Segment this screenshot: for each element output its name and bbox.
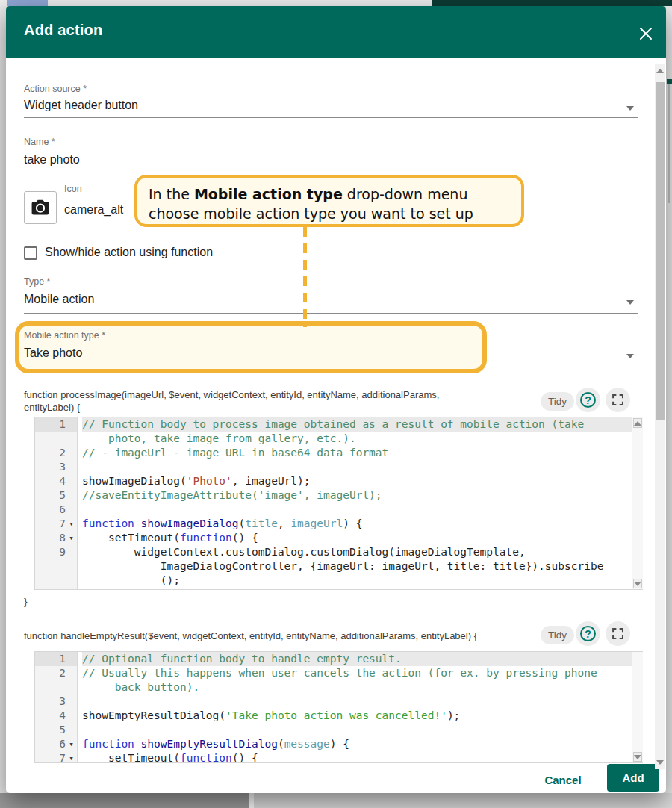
annotation-highlight-bg (15, 321, 487, 373)
fold-spacer (66, 709, 77, 723)
handle-empty-code-editor[interactable]: 1// Optional function body to handle emp… (34, 651, 643, 763)
code-text: // Function body to process image obtain… (82, 417, 642, 432)
dropdown-arrow-icon[interactable] (626, 106, 634, 111)
dialog-header: Add action (6, 6, 666, 58)
icon-picker-button[interactable] (24, 191, 57, 224)
line-number: 1 (35, 652, 77, 666)
cancel-button[interactable]: Cancel (539, 772, 587, 789)
page-top-strip-teal (432, 0, 672, 6)
fold-arrow-icon[interactable]: ▾ (66, 531, 77, 545)
signature-line1: function handleEmptyResult($event, widge… (24, 630, 477, 641)
fold-spacer (66, 417, 77, 446)
closing-brace: } (24, 596, 28, 607)
icon-value[interactable]: camera_alt (64, 203, 123, 217)
code-line: 5//saveEntityImageAttribute('image', ima… (35, 488, 642, 503)
fullscreen-icon[interactable] (606, 621, 630, 646)
code-line: 2// Usually this happens when user cance… (35, 666, 642, 694)
name-underline (24, 173, 638, 173)
fold-arrow-icon[interactable]: ▾ (66, 517, 77, 531)
mobile-action-type-label: Mobile action type * (24, 330, 105, 341)
action-source-underline (24, 117, 638, 118)
scroll-down-icon[interactable] (633, 752, 642, 762)
code-text: // Usually this happens when user cancel… (82, 666, 642, 680)
code-text (82, 723, 642, 737)
code-line: 2// - imageUrl - image URL in base64 dat… (35, 446, 642, 460)
annotation-tooltip: In the Mobile action type drop-down menu… (134, 175, 524, 227)
help-icon[interactable]: ? (576, 388, 600, 412)
code-line: 1// Optional function body to handle emp… (35, 652, 642, 666)
fullscreen-icon[interactable] (606, 388, 630, 412)
annotation-text-line2: choose mobile action type you want to se… (149, 205, 473, 222)
annotation-bold-text: Mobile action type (194, 186, 343, 202)
page-background: Add action Action source * Widget header… (0, 0, 672, 808)
annotation-text: In the (149, 186, 194, 202)
code-text: ImageDialogController, {imageUrl: imageU… (82, 559, 642, 574)
fold-spacer (66, 460, 77, 474)
camera-icon (30, 197, 51, 218)
process-image-signature: function processImage(imageUrl, $event, … (24, 388, 539, 414)
code-line: 6▾function showEmptyResultDialog(message… (35, 737, 642, 751)
fold-arrow-icon[interactable]: ▾ (66, 751, 77, 763)
code-text: widgetContext.customDialog.customDialog(… (82, 545, 642, 559)
dropdown-arrow-icon[interactable] (626, 354, 634, 358)
signature-line2: entityLabel) { (24, 402, 80, 413)
code-text: function showImageDialog(title, imageUrl… (82, 517, 642, 531)
fold-spacer (66, 694, 77, 709)
icon-label: Icon (64, 184, 82, 194)
line-number: 5 (35, 723, 77, 737)
scrollbar-thumb[interactable] (656, 82, 665, 420)
code-line: 6 (35, 503, 642, 517)
close-icon[interactable] (636, 24, 656, 43)
name-input[interactable]: take photo (24, 153, 80, 167)
scroll-down-icon[interactable] (656, 760, 664, 765)
type-value[interactable]: Mobile action (24, 293, 94, 306)
page-bottom-divider (249, 793, 254, 808)
tidy-button[interactable]: Tidy (541, 392, 574, 411)
fold-spacer (66, 503, 77, 517)
scroll-up-icon[interactable] (656, 69, 664, 73)
dialog-title: Add action (24, 22, 102, 39)
fold-spacer (66, 545, 77, 588)
code-line: 3 (35, 460, 642, 474)
code-text: showEmptyResultDialog('Take photo action… (82, 709, 642, 723)
help-icon[interactable]: ? (576, 621, 600, 646)
line-number: 4 (35, 474, 77, 488)
show-hide-label: Show/hide action using function (45, 246, 213, 259)
code-line: 7▾ setTimeout(function() { (35, 751, 642, 763)
code-text (82, 503, 642, 517)
line-number: 1 (35, 417, 77, 446)
action-source-value[interactable]: Widget header button (24, 99, 138, 112)
code-line: 5 (35, 723, 642, 737)
name-label: Name * (24, 137, 55, 147)
dropdown-arrow-icon[interactable] (626, 300, 634, 305)
show-hide-checkbox[interactable] (24, 246, 37, 260)
tidy-button[interactable]: Tidy (541, 626, 574, 644)
code-text: // - imageUrl - image URL in base64 data… (82, 446, 642, 460)
fold-spacer (66, 652, 77, 666)
add-action-dialog: Add action Action source * Widget header… (6, 6, 666, 793)
code-text: setTimeout(function() { (82, 531, 642, 545)
fold-spacer (66, 474, 77, 488)
line-number: 2 (35, 446, 77, 460)
process-image-code-editor[interactable]: 1// Function body to process image obtai… (34, 417, 643, 590)
code-text: showImageDialog('Photo', imageUrl); (82, 474, 642, 488)
fold-spacer (66, 723, 77, 737)
fold-spacer (66, 488, 77, 503)
handle-empty-signature: function handleEmptyResult($event, widge… (24, 630, 539, 642)
code-text: setTimeout(function() { (82, 751, 642, 763)
scroll-up-icon[interactable] (633, 418, 642, 428)
editor-scrollbar[interactable] (632, 417, 643, 589)
page-bottom-strip-dark (0, 793, 249, 808)
code-text: back button). (82, 680, 642, 694)
line-number: 7▾ (35, 751, 77, 763)
line-number: 9 (35, 545, 77, 588)
fold-arrow-icon[interactable]: ▾ (66, 737, 77, 751)
type-label: Type * (24, 276, 50, 287)
editor-scrollbar[interactable] (632, 652, 643, 762)
scroll-down-icon[interactable] (633, 579, 642, 588)
code-text: // Optional function body to handle empt… (82, 652, 642, 666)
add-button[interactable]: Add (607, 764, 659, 792)
mobile-action-type-value[interactable]: Take photo (24, 346, 82, 360)
type-underline (24, 313, 638, 314)
dialog-scrollbar[interactable] (655, 64, 665, 769)
